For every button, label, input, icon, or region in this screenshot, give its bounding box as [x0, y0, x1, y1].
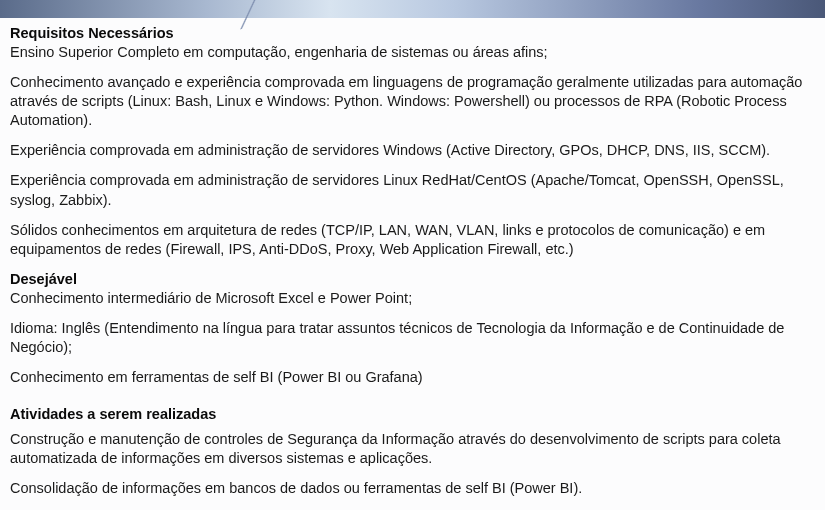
required-item: Ensino Superior Completo em computação, … [10, 43, 815, 62]
required-item: Experiência comprovada em administração … [10, 141, 815, 160]
required-heading: Requisitos Necessários [10, 24, 815, 43]
activities-heading: Atividades a serem realizadas [10, 405, 815, 424]
document-content: Requisitos Necessários Ensino Superior C… [0, 18, 825, 510]
desirable-item: Conhecimento em ferramentas de self BI (… [10, 368, 815, 387]
required-item: Experiência comprovada em administração … [10, 171, 815, 209]
desirable-heading: Desejável [10, 270, 815, 289]
required-item: Conhecimento avançado e experiência comp… [10, 73, 815, 130]
activities-item: Consolidação de informações em bancos de… [10, 479, 815, 498]
activities-item: Construção e manutenção de controles de … [10, 430, 815, 468]
desirable-item: Conhecimento intermediário de Microsoft … [10, 289, 815, 308]
desirable-item: Idioma: Inglês (Entendimento na língua p… [10, 319, 815, 357]
required-item: Sólidos conhecimentos em arquitetura de … [10, 221, 815, 259]
top-banner [0, 0, 825, 18]
